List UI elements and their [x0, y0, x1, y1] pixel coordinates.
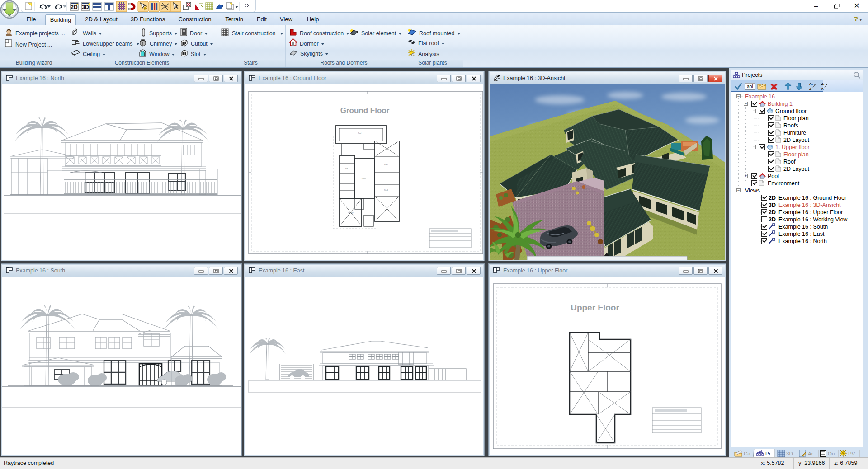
svg-text:Rm: Rm — [345, 168, 348, 169]
svg-text:PV...: PV... — [848, 451, 859, 456]
svg-text:Upper Floor: Upper Floor — [571, 303, 619, 312]
svg-text:A: A — [821, 87, 824, 91]
svg-text:3D: 3D — [82, 4, 89, 10]
svg-text:Z.: Z. — [821, 82, 824, 86]
svg-text:Rm 1: Rm 1 — [384, 164, 388, 166]
svg-text:A.: A. — [809, 82, 813, 86]
svg-text:Ca...: Ca... — [744, 451, 755, 456]
svg-text:3D...: 3D... — [786, 451, 797, 456]
svg-text:Pool: Pool — [358, 132, 361, 134]
svg-text:Garage: Garage — [348, 212, 354, 214]
svg-text:Ar...: Ar... — [808, 451, 817, 456]
svg-text:Room: Room — [362, 178, 366, 179]
svg-text:Ground Floor: Ground Floor — [340, 106, 390, 115]
svg-text:Pr...: Pr... — [765, 451, 774, 456]
svg-text:2D: 2D — [71, 4, 78, 10]
svg-text:abl: abl — [747, 84, 753, 89]
svg-text:Z: Z — [809, 87, 811, 91]
svg-text:Qu...: Qu... — [828, 451, 839, 456]
svg-text:Rm 2: Rm 2 — [384, 189, 388, 191]
